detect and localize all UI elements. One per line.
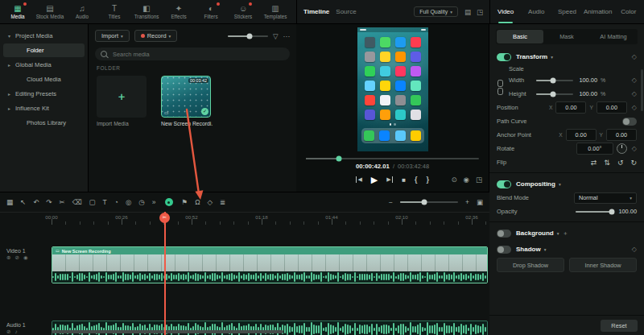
import-media-tile[interactable]: ＋ bbox=[97, 76, 147, 118]
height-slider[interactable] bbox=[536, 93, 573, 95]
zoom-tool-icon[interactable]: ◎ bbox=[126, 199, 131, 206]
undo-icon[interactable]: ↶ bbox=[33, 199, 39, 206]
mute-track-icon[interactable]: ♪ bbox=[14, 329, 17, 335]
timeline-ruler[interactable]: 00:0000:2600:5201:1801:4402:1002:36 bbox=[0, 213, 489, 225]
transform-toggle[interactable] bbox=[497, 53, 511, 61]
props-tab-color[interactable]: Color bbox=[613, 0, 644, 23]
sidebar-item-project-media[interactable]: ▾ Project Media bbox=[3, 29, 85, 43]
record-button[interactable]: Record ▾ bbox=[134, 30, 178, 42]
mark-out-button[interactable]: } bbox=[427, 176, 430, 184]
props-tab-video[interactable]: Video bbox=[490, 0, 521, 23]
keyframe-icon[interactable]: ◇ bbox=[632, 77, 637, 84]
link-scale-icon[interactable] bbox=[497, 80, 503, 95]
display-settings-icon[interactable]: ▤ bbox=[464, 8, 471, 16]
mixer-icon[interactable]: ≣ bbox=[220, 199, 225, 206]
preview-tab-source[interactable]: Source bbox=[336, 8, 356, 15]
height-value[interactable]: 100.00 bbox=[576, 90, 597, 97]
timer-icon[interactable]: ◷ bbox=[138, 199, 144, 206]
lock-track-icon[interactable]: ⊘ bbox=[14, 254, 19, 261]
rotate-ccw-icon[interactable]: ↺ bbox=[617, 159, 624, 167]
search-bar[interactable] bbox=[95, 48, 290, 60]
fit-preview-icon[interactable]: ◳ bbox=[477, 8, 483, 16]
more-options-icon[interactable]: ⋯ bbox=[283, 32, 291, 40]
track-manager-icon[interactable]: ▦ bbox=[6, 199, 13, 206]
props-tab-audio[interactable]: Audio bbox=[521, 0, 551, 23]
flip-horizontal-icon[interactable]: ⇄ bbox=[591, 159, 597, 167]
subtab-basic[interactable]: Basic bbox=[497, 30, 543, 43]
tab-effects[interactable]: ✦ Effects bbox=[163, 0, 195, 24]
chevron-down-icon[interactable]: ▾ bbox=[559, 182, 561, 187]
select-tool-icon[interactable]: ↖ bbox=[20, 199, 26, 206]
sidebar-item-influence-kit[interactable]: ▸ Influence Kit bbox=[3, 101, 85, 115]
playhead[interactable]: ✂ bbox=[164, 212, 166, 335]
sidebar-item-global-media[interactable]: ▸ Global Media bbox=[3, 58, 85, 72]
filter-icon[interactable]: ▽ bbox=[273, 32, 279, 40]
render-preview-icon[interactable]: ⊙ bbox=[451, 176, 456, 184]
subtab-ai-matting[interactable]: AI Matting bbox=[590, 30, 637, 43]
position-x-input[interactable]: 0.00 bbox=[555, 101, 586, 114]
opacity-value[interactable]: 100.00 bbox=[616, 208, 637, 215]
position-y-input[interactable]: 0.00 bbox=[597, 101, 627, 114]
redo-icon[interactable]: ↷ bbox=[46, 199, 52, 206]
preview-tab-timeline[interactable]: Timeline bbox=[303, 8, 329, 15]
sidebar-item-editing-presets[interactable]: ▸ Editing Presets bbox=[3, 87, 85, 101]
search-input[interactable] bbox=[111, 50, 284, 59]
more-tools-icon[interactable]: » bbox=[152, 199, 156, 206]
background-toggle[interactable] bbox=[497, 230, 511, 238]
voiceover-icon[interactable]: Ω bbox=[195, 199, 200, 206]
keyframe-icon[interactable]: ◇ bbox=[632, 246, 637, 253]
split-icon[interactable]: ✂ bbox=[59, 199, 64, 206]
timeline-zoom-slider[interactable] bbox=[400, 201, 458, 203]
timeline-horizontal-scrollbar[interactable] bbox=[52, 330, 283, 333]
playhead-split-handle[interactable]: ✂ bbox=[159, 213, 170, 223]
keyframe-icon[interactable]: ◇ bbox=[632, 145, 637, 152]
width-value[interactable]: 100.00 bbox=[576, 77, 597, 84]
rotate-cw-icon[interactable]: ↻ bbox=[630, 159, 637, 167]
stop-button[interactable]: ■ bbox=[402, 176, 406, 184]
text-tool-icon[interactable]: T bbox=[103, 199, 107, 206]
previous-frame-button[interactable]: ◀ bbox=[356, 176, 362, 183]
keyframe-icon[interactable]: ◇ bbox=[208, 199, 213, 206]
keyframe-icon[interactable]: ◇ bbox=[632, 53, 637, 60]
mark-in-button[interactable]: { bbox=[415, 176, 418, 184]
blend-mode-dropdown[interactable]: Normal ▾ bbox=[574, 192, 637, 204]
video-clip[interactable]: ▭ New Screen Recording bbox=[52, 246, 488, 283]
tab-stickers[interactable]: ☺ Stickers bbox=[227, 0, 259, 24]
compositing-toggle[interactable] bbox=[497, 180, 511, 188]
zoom-out-button[interactable]: − bbox=[389, 199, 393, 206]
tab-media[interactable]: ▦ Media bbox=[2, 0, 34, 24]
zoom-in-button[interactable]: + bbox=[465, 199, 469, 206]
tab-filters[interactable]: ◐ Filters bbox=[195, 0, 227, 24]
chevron-down-icon[interactable]: ▾ bbox=[544, 247, 547, 252]
hide-track-icon[interactable]: ◉ bbox=[23, 254, 28, 261]
add-to-track-icon[interactable]: ⊕ bbox=[6, 254, 10, 261]
opacity-slider[interactable] bbox=[576, 211, 613, 213]
anchor-y-input[interactable]: 0.00 bbox=[606, 129, 637, 141]
import-button[interactable]: Import ▾ bbox=[95, 30, 130, 42]
tab-transitions[interactable]: ◧ Transitions bbox=[130, 0, 163, 24]
rotate-dial[interactable] bbox=[617, 143, 627, 154]
inner-shadow-button[interactable]: Inner Shadow bbox=[569, 258, 637, 272]
speed-icon[interactable]: ◔ bbox=[114, 199, 118, 206]
tab-stock-media[interactable]: ▤ Stock Media bbox=[34, 0, 66, 24]
tab-audio[interactable]: ♫ Audio bbox=[66, 0, 98, 24]
props-tab-animation[interactable]: Animation bbox=[583, 0, 613, 23]
tab-titles[interactable]: T Titles bbox=[98, 0, 130, 24]
properties-scrollbar[interactable] bbox=[641, 69, 643, 111]
shadow-toggle[interactable] bbox=[497, 246, 511, 254]
crop-icon[interactable]: ▢ bbox=[89, 199, 96, 206]
next-frame-button[interactable]: ▶ bbox=[386, 176, 393, 183]
sidebar-item-folder[interactable]: Folder bbox=[3, 43, 85, 57]
tab-templates[interactable]: ▥ Templates bbox=[259, 0, 291, 24]
path-curve-toggle[interactable] bbox=[622, 118, 637, 126]
keyframe-icon[interactable]: ◇ bbox=[632, 104, 637, 111]
preview-scrubber[interactable] bbox=[306, 158, 479, 159]
reset-button[interactable]: Reset bbox=[601, 320, 638, 332]
subtab-mask[interactable]: Mask bbox=[543, 30, 590, 43]
screen-record-button[interactable] bbox=[165, 198, 173, 206]
snapshot-icon[interactable]: ◉ bbox=[464, 176, 469, 184]
chevron-down-icon[interactable]: ▾ bbox=[557, 231, 559, 236]
fullscreen-icon[interactable]: ◳ bbox=[476, 176, 482, 184]
chevron-down-icon[interactable]: ▾ bbox=[551, 55, 553, 60]
marker-icon[interactable]: ⚑ bbox=[182, 199, 188, 206]
